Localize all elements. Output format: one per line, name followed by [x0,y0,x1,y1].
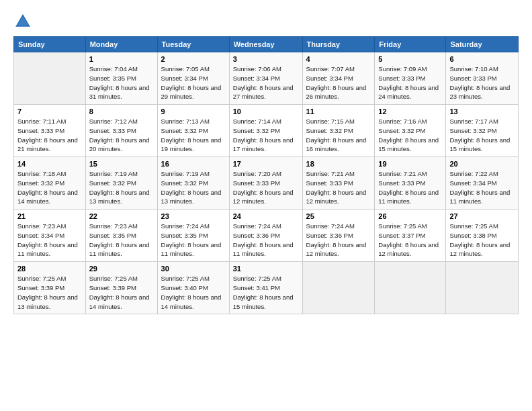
calendar-week-row: 28Sunrise: 7:25 AMSunset: 3:39 PMDayligh… [14,262,519,314]
calendar-cell: 24Sunrise: 7:24 AMSunset: 3:36 PMDayligh… [229,210,302,262]
day-info: Sunrise: 7:09 AMSunset: 3:33 PMDaylight:… [378,64,442,101]
day-info: Sunrise: 7:25 AMSunset: 3:39 PMDaylight:… [89,274,154,311]
calendar-cell: 28Sunrise: 7:25 AMSunset: 3:39 PMDayligh… [14,262,86,314]
day-number: 14 [17,160,82,168]
calendar-cell: 1Sunrise: 7:04 AMSunset: 3:35 PMDaylight… [85,52,157,105]
calendar-cell: 12Sunrise: 7:16 AMSunset: 3:32 PMDayligh… [375,105,446,157]
day-number: 25 [306,212,371,220]
calendar-cell: 3Sunrise: 7:06 AMSunset: 3:34 PMDaylight… [229,52,302,105]
day-number: 11 [306,107,371,116]
day-info: Sunrise: 7:13 AMSunset: 3:32 PMDaylight:… [161,117,226,154]
day-info: Sunrise: 7:14 AMSunset: 3:32 PMDaylight:… [233,117,299,154]
day-number: 12 [378,107,442,116]
calendar-cell: 29Sunrise: 7:25 AMSunset: 3:39 PMDayligh… [85,262,157,314]
day-info: Sunrise: 7:23 AMSunset: 3:34 PMDaylight:… [17,222,82,259]
calendar-cell: 16Sunrise: 7:19 AMSunset: 3:32 PMDayligh… [157,157,229,210]
calendar-cell: 10Sunrise: 7:14 AMSunset: 3:32 PMDayligh… [229,105,302,157]
calendar-cell: 6Sunrise: 7:10 AMSunset: 3:33 PMDaylight… [446,52,519,105]
day-info: Sunrise: 7:04 AMSunset: 3:35 PMDaylight:… [89,64,154,101]
day-number: 5 [378,55,442,63]
day-number: 17 [233,160,299,168]
calendar-cell: 15Sunrise: 7:19 AMSunset: 3:32 PMDayligh… [85,157,157,210]
day-number: 3 [233,55,299,63]
day-info: Sunrise: 7:15 AMSunset: 3:32 PMDaylight:… [306,117,371,154]
weekday-header: Sunday [14,37,86,52]
calendar-cell: 31Sunrise: 7:25 AMSunset: 3:41 PMDayligh… [229,262,302,314]
calendar-cell: 26Sunrise: 7:25 AMSunset: 3:37 PMDayligh… [375,210,446,262]
svg-marker-1 [17,16,30,26]
day-number: 30 [161,265,226,273]
calendar-week-row: 14Sunrise: 7:18 AMSunset: 3:32 PMDayligh… [14,157,519,210]
weekday-header: Wednesday [229,37,302,52]
day-number: 2 [161,55,226,63]
calendar-week-row: 7Sunrise: 7:11 AMSunset: 3:33 PMDaylight… [14,105,519,157]
day-info: Sunrise: 7:24 AMSunset: 3:36 PMDaylight:… [233,222,299,259]
calendar-cell: 18Sunrise: 7:21 AMSunset: 3:33 PMDayligh… [302,157,375,210]
day-info: Sunrise: 7:22 AMSunset: 3:34 PMDaylight:… [449,169,515,206]
page: SundayMondayTuesdayWednesdayThursdayFrid… [0,0,532,411]
day-number: 4 [306,55,371,63]
day-info: Sunrise: 7:25 AMSunset: 3:41 PMDaylight:… [233,274,299,311]
day-number: 15 [89,160,154,168]
day-number: 7 [17,107,82,116]
calendar-cell: 30Sunrise: 7:25 AMSunset: 3:40 PMDayligh… [157,262,229,314]
day-info: Sunrise: 7:20 AMSunset: 3:33 PMDaylight:… [233,169,299,206]
day-info: Sunrise: 7:19 AMSunset: 3:32 PMDaylight:… [161,169,226,206]
day-info: Sunrise: 7:25 AMSunset: 3:37 PMDaylight:… [378,222,442,259]
calendar-cell: 11Sunrise: 7:15 AMSunset: 3:32 PMDayligh… [302,105,375,157]
day-number: 31 [233,265,299,273]
day-info: Sunrise: 7:18 AMSunset: 3:32 PMDaylight:… [17,169,82,206]
calendar-cell: 2Sunrise: 7:05 AMSunset: 3:34 PMDaylight… [157,52,229,105]
day-number: 13 [449,107,515,116]
day-info: Sunrise: 7:21 AMSunset: 3:33 PMDaylight:… [378,169,442,206]
calendar-cell: 17Sunrise: 7:20 AMSunset: 3:33 PMDayligh… [229,157,302,210]
calendar-cell: 19Sunrise: 7:21 AMSunset: 3:33 PMDayligh… [375,157,446,210]
logo [13,12,35,31]
day-number: 19 [378,160,442,168]
day-number: 22 [89,212,154,220]
calendar-week-row: 1Sunrise: 7:04 AMSunset: 3:35 PMDaylight… [14,52,519,105]
header [13,12,519,31]
day-number: 24 [233,212,299,220]
calendar-cell: 27Sunrise: 7:25 AMSunset: 3:38 PMDayligh… [446,210,519,262]
day-info: Sunrise: 7:24 AMSunset: 3:35 PMDaylight:… [161,222,226,259]
day-number: 29 [89,265,154,273]
calendar-cell [375,262,446,314]
calendar-cell: 23Sunrise: 7:24 AMSunset: 3:35 PMDayligh… [157,210,229,262]
weekday-header: Friday [375,37,446,52]
calendar-cell [14,52,86,105]
day-info: Sunrise: 7:10 AMSunset: 3:33 PMDaylight:… [449,64,515,101]
calendar-cell: 8Sunrise: 7:12 AMSunset: 3:33 PMDaylight… [85,105,157,157]
day-info: Sunrise: 7:25 AMSunset: 3:38 PMDaylight:… [449,222,515,259]
day-number: 10 [233,107,299,116]
calendar: SundayMondayTuesdayWednesdayThursdayFrid… [13,36,519,314]
weekday-header-row: SundayMondayTuesdayWednesdayThursdayFrid… [14,37,519,52]
weekday-header: Saturday [446,37,519,52]
calendar-cell: 4Sunrise: 7:07 AMSunset: 3:34 PMDaylight… [302,52,375,105]
day-number: 8 [89,107,154,116]
calendar-cell: 14Sunrise: 7:18 AMSunset: 3:32 PMDayligh… [14,157,86,210]
day-info: Sunrise: 7:25 AMSunset: 3:40 PMDaylight:… [161,274,226,311]
day-info: Sunrise: 7:24 AMSunset: 3:36 PMDaylight:… [306,222,371,259]
calendar-cell: 9Sunrise: 7:13 AMSunset: 3:32 PMDaylight… [157,105,229,157]
weekday-header: Monday [85,37,157,52]
day-info: Sunrise: 7:16 AMSunset: 3:32 PMDaylight:… [378,117,442,154]
calendar-cell: 20Sunrise: 7:22 AMSunset: 3:34 PMDayligh… [446,157,519,210]
day-number: 16 [161,160,226,168]
day-number: 20 [449,160,515,168]
day-info: Sunrise: 7:07 AMSunset: 3:34 PMDaylight:… [306,64,371,101]
day-info: Sunrise: 7:25 AMSunset: 3:39 PMDaylight:… [17,274,82,311]
day-info: Sunrise: 7:21 AMSunset: 3:33 PMDaylight:… [306,169,371,206]
calendar-week-row: 21Sunrise: 7:23 AMSunset: 3:34 PMDayligh… [14,210,519,262]
calendar-cell [302,262,375,314]
day-number: 23 [161,212,226,220]
logo-icon [13,12,32,31]
calendar-cell: 22Sunrise: 7:23 AMSunset: 3:35 PMDayligh… [85,210,157,262]
day-info: Sunrise: 7:11 AMSunset: 3:33 PMDaylight:… [17,117,82,154]
weekday-header: Tuesday [157,37,229,52]
day-info: Sunrise: 7:12 AMSunset: 3:33 PMDaylight:… [89,117,154,154]
day-number: 1 [89,55,154,63]
day-number: 9 [161,107,226,116]
day-number: 28 [17,265,82,273]
day-number: 27 [449,212,515,220]
